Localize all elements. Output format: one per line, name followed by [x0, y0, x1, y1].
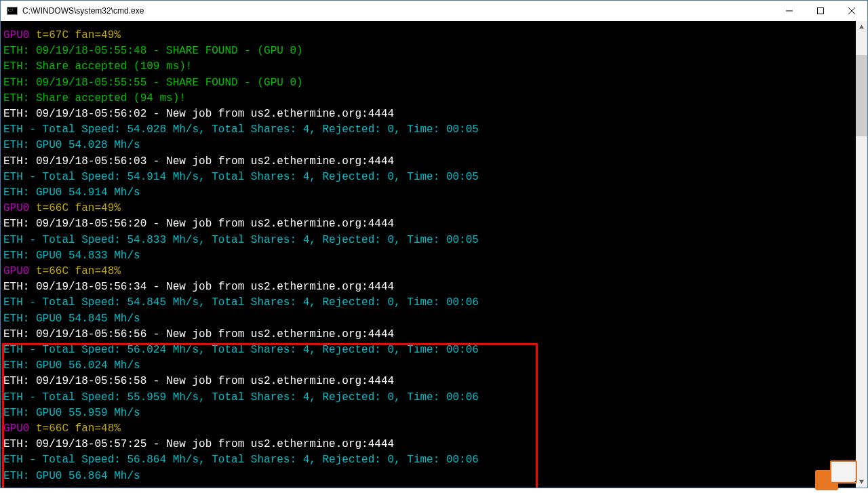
- console-line: ETH: 09/19/18-05:56:20 - New job from us…: [3, 216, 856, 232]
- cmd-icon: C:\: [6, 5, 18, 17]
- console-text: ETH - Total Speed: 54.833 Mh/s, Total Sh…: [3, 234, 479, 246]
- console-text: ETH: GPU0 55.959 Mh/s: [3, 407, 140, 419]
- console-text: ETH: GPU0 56.024 Mh/s: [3, 359, 140, 372]
- scroll-down-button[interactable]: [856, 476, 867, 488]
- console-line: ETH: 09/19/18-05:55:48 - SHARE FOUND - (…: [3, 43, 856, 59]
- console-line: ETH: GPU0 56.864 Mh/s: [3, 469, 856, 484]
- console-text: ETH - Total Speed: 54.028 Mh/s, Total Sh…: [3, 123, 479, 136]
- console-text: ETH: GPU0 54.028 Mh/s: [3, 139, 140, 151]
- console-line: ETH - Total Speed: 54.833 Mh/s, Total Sh…: [3, 233, 856, 248]
- console-line: ETH: 09/19/18-05:57:25 - New job from us…: [3, 437, 856, 452]
- console-line: ETH - Total Speed: 55.959 Mh/s, Total Sh…: [3, 390, 856, 406]
- console-text: GPU0: [3, 265, 29, 277]
- svg-marker-7: [859, 480, 864, 484]
- console-text: GPU0: [3, 422, 29, 435]
- console-line: ETH - Total Speed: 54.845 Mh/s, Total Sh…: [3, 295, 856, 311]
- console-line: ETH: 09/19/18-05:56:58 - New job from us…: [3, 374, 856, 389]
- console-line: ETH: Share accepted (94 ms)!: [3, 91, 856, 106]
- console-text: ETH: 09/19/18-05:56:34 - New job from us…: [3, 281, 394, 293]
- console-line: ETH: GPU0 54.845 Mh/s: [3, 311, 856, 327]
- console-line: GPU0 t=66C fan=48%: [3, 264, 856, 279]
- console-line: ETH - Total Speed: 56.864 Mh/s, Total Sh…: [3, 452, 856, 468]
- console-line: ETH - Total Speed: 54.028 Mh/s, Total Sh…: [3, 122, 856, 138]
- console-output: GPU0 t=67C fan=49%ETH: 09/19/18-05:55:48…: [1, 21, 856, 488]
- console-text: ETH: GPU0 54.914 Mh/s: [3, 186, 140, 199]
- console-line: ETH: GPU0 54.833 Mh/s: [3, 248, 856, 264]
- vertical-scrollbar[interactable]: [856, 21, 867, 488]
- scroll-up-button[interactable]: [856, 21, 867, 33]
- console-line: ETH - Total Speed: 54.914 Mh/s, Total Sh…: [3, 170, 856, 185]
- console-text: ETH: 09/19/18-05:56:03 - New job from us…: [3, 155, 394, 167]
- console-line: GPU0 t=67C fan=49%: [3, 28, 856, 43]
- console-text: ETH: 09/19/18-05:56:20 - New job from us…: [3, 218, 394, 230]
- console-text: ETH - Total Speed: 56.864 Mh/s, Total Sh…: [3, 454, 479, 466]
- close-button[interactable]: [836, 1, 867, 21]
- console-text: ETH - Total Speed: 55.959 Mh/s, Total Sh…: [3, 391, 479, 403]
- console-line: ETH: GPU0 54.028 Mh/s: [3, 138, 856, 153]
- console-text: ETH: GPU0 56.864 Mh/s: [3, 470, 140, 482]
- svg-rect-3: [818, 8, 824, 14]
- console-text: ETH - Total Speed: 54.845 Mh/s, Total Sh…: [3, 296, 479, 309]
- console-line: ETH: 09/19/18-05:56:02 - New job from us…: [3, 106, 856, 122]
- console-text: ETH - Total Speed: 54.914 Mh/s, Total Sh…: [3, 171, 479, 183]
- console-text: ETH - Total Speed: 56.024 Mh/s, Total Sh…: [3, 344, 479, 356]
- console-line: ETH: 09/19/18-05:56:34 - New job from us…: [3, 279, 856, 295]
- scrollbar-thumb[interactable]: [856, 55, 867, 136]
- cmd-window: C:\ C:\WINDOWS\system32\cmd.exe GPU0 t=6…: [0, 0, 868, 488]
- console-text: t=67C fan=49%: [29, 29, 120, 41]
- console-text: t=66C fan=48%: [29, 265, 120, 277]
- console-line: ETH: GPU0 55.959 Mh/s: [3, 406, 856, 421]
- console-line: ETH: GPU0 54.914 Mh/s: [3, 185, 856, 201]
- titlebar[interactable]: C:\ C:\WINDOWS\system32\cmd.exe: [1, 1, 867, 21]
- client-area: GPU0 t=67C fan=49%ETH: 09/19/18-05:55:48…: [1, 21, 867, 488]
- console-text: ETH: 09/19/18-05:55:48 - SHARE FOUND - (…: [3, 45, 303, 57]
- window-title: C:\WINDOWS\system32\cmd.exe: [22, 6, 144, 16]
- console-text: t=66C fan=48%: [29, 422, 120, 435]
- console-line: ETH: 09/19/18-05:56:56 - New job from us…: [3, 327, 856, 342]
- svg-marker-6: [859, 25, 864, 28]
- console-line: ETH - Total Speed: 56.024 Mh/s, Total Sh…: [3, 342, 856, 358]
- console-text: t=66C fan=49%: [29, 202, 120, 214]
- console-text: ETH: Share accepted (109 ms)!: [3, 60, 192, 73]
- console-text: GPU0: [3, 202, 29, 214]
- console-line: ETH: Share accepted (109 ms)!: [3, 59, 856, 75]
- console-line: GPU0 t=66C fan=49%: [3, 201, 856, 216]
- console-line: ETH: 09/19/18-05:56:03 - New job from us…: [3, 154, 856, 170]
- svg-text:C:\: C:\: [8, 8, 14, 12]
- console-text: ETH: 09/19/18-05:55:55 - SHARE FOUND - (…: [3, 77, 303, 89]
- console-text: ETH: Share accepted (94 ms)!: [3, 92, 186, 104]
- console-line: GPU0 t=66C fan=48%: [3, 421, 856, 437]
- console-text: ETH: 09/19/18-05:56:56 - New job from us…: [3, 328, 394, 340]
- console-line: ETH: GPU0 56.024 Mh/s: [3, 358, 856, 374]
- console-text: ETH: 09/19/18-05:56:58 - New job from us…: [3, 375, 394, 387]
- console-text: GPU0: [3, 29, 29, 41]
- console-line: ETH: 09/19/18-05:55:55 - SHARE FOUND - (…: [3, 75, 856, 91]
- console-text: ETH: GPU0 54.845 Mh/s: [3, 313, 140, 325]
- minimize-button[interactable]: [774, 1, 805, 21]
- maximize-button[interactable]: [805, 1, 836, 21]
- console-text: ETH: 09/19/18-05:57:25 - New job from us…: [3, 438, 394, 450]
- watermark-logo-icon: [815, 460, 854, 490]
- console-text: ETH: GPU0 54.833 Mh/s: [3, 250, 140, 262]
- console-text: ETH: 09/19/18-05:56:02 - New job from us…: [3, 108, 394, 120]
